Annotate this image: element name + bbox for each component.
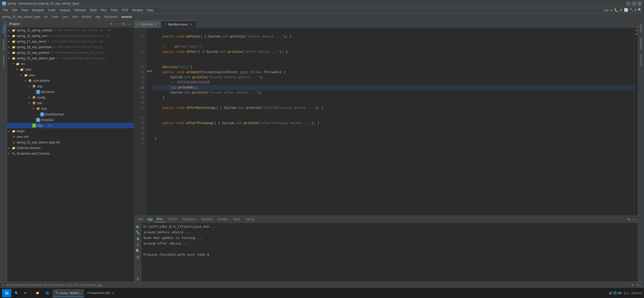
maximize-button[interactable]: □ <box>632 1 636 6</box>
tab-myadvice-close[interactable]: ✕ <box>189 23 193 26</box>
list-item[interactable]: I BookDao <box>7 117 134 123</box>
tab-terminal[interactable]: Terminal <box>198 216 215 222</box>
code-editor[interactable]: 17 20 23 24 25 26 27 28 29 30 31 34 35 3… <box>134 28 638 215</box>
breakpoint-icon[interactable]: ● <box>147 69 149 73</box>
panel-minimize-button[interactable]: — <box>632 217 637 222</box>
console-scroll-button[interactable]: ⬇ <box>135 242 140 247</box>
minimize-button[interactable]: — <box>626 1 631 6</box>
list-item[interactable]: ▼ 📦 com.itheima <box>7 78 134 84</box>
list-item[interactable]: ▼ 📁 spring_20_aop_advice_type D:\workspa… <box>7 56 134 61</box>
taskbar-search[interactable]: 🔍 <box>12 289 21 297</box>
taskbar-task-view[interactable]: ⧉ <box>22 289 29 297</box>
tab-todo[interactable]: TODO <box>166 216 179 222</box>
list-item[interactable]: ▶ 🔧 Scratches and Consoles <box>7 151 134 156</box>
project-minimize-button[interactable]: — <box>127 21 132 26</box>
list-item[interactable]: ▼ 📦 impl <box>7 106 134 112</box>
list-item[interactable]: ▼ 📁 src <box>7 61 134 67</box>
class-icon: C <box>40 112 44 116</box>
menu-code[interactable]: Code <box>46 8 57 12</box>
sidebar-item-hierarchy[interactable]: Hierarchy <box>640 52 643 68</box>
right-side-icons: Maven Database Hierarchy <box>638 20 644 282</box>
breadcrumb-com[interactable]: com <box>72 15 78 19</box>
interface-icon: I <box>36 118 40 122</box>
project-settings-button[interactable]: ⚙ <box>121 21 126 26</box>
list-item[interactable]: ▶ 📁 spring_18_aop_quickstart D:\workspac… <box>7 44 134 50</box>
code-line: // 表示对原始操作的调用 <box>153 80 634 85</box>
breadcrumb-java[interactable]: java <box>63 15 68 19</box>
menu-help[interactable]: Help <box>145 8 155 12</box>
console-wrench-button[interactable]: 🔧 <box>135 230 140 235</box>
tab-run[interactable]: Run <box>154 216 165 222</box>
menu-tools[interactable]: Tools <box>109 8 120 12</box>
tab-app-close[interactable]: ✕ <box>154 22 158 26</box>
breadcrumb-main[interactable]: main <box>52 15 59 19</box>
list-item[interactable]: ▼ 📦 aop <box>7 84 134 89</box>
tab-build[interactable]: Build <box>231 216 243 222</box>
bookmark-icon[interactable]: @ <box>150 70 152 73</box>
start-button[interactable]: ⊞ <box>2 289 11 297</box>
list-item[interactable]: ▶ 📁 External Libraries <box>7 145 134 151</box>
list-item[interactable]: ▼ 📦 dao <box>7 100 134 106</box>
taskbar-intellij[interactable]: 🔧 spring - MyAdvi... <box>53 289 84 297</box>
console-stop-button[interactable]: ⏹ <box>135 236 140 241</box>
list-item[interactable]: A App ⋯ 350 <box>7 123 134 128</box>
sidebar-item-database[interactable]: Database <box>640 36 643 51</box>
breadcrumb-itheima[interactable]: itheima <box>82 15 92 19</box>
menu-run[interactable]: Run <box>99 8 109 12</box>
breadcrumb-around[interactable]: around <box>121 15 132 19</box>
sidebar-item-structure[interactable]: Structure <box>2 37 5 52</box>
tab-app-java[interactable]: A App.java ✕ <box>134 21 161 28</box>
project-collapse-button[interactable]: ≡ <box>115 21 120 26</box>
list-item[interactable]: ▶ 📦 config <box>7 95 134 100</box>
menu-window[interactable]: Window <box>130 8 145 12</box>
list-item[interactable]: ▶ 📁 spring_19_aop_pointcut D:\workspace\… <box>7 50 134 56</box>
menu-edit[interactable]: Edit <box>10 8 19 12</box>
console-path-text: D:\soft\jdk1.8.0_172\bin\java.exe ... <box>143 224 217 229</box>
editor-scrollbar[interactable]: ▬ ▬ <box>634 28 638 215</box>
list-item[interactable]: ▼ 📁 java <box>7 72 134 78</box>
sidebar-item-project[interactable]: Project <box>2 21 5 37</box>
menu-file[interactable]: File <box>1 8 10 12</box>
list-item[interactable]: ▶ 📁 spring_17_aop_demo D:\workspace\spri… <box>7 39 134 44</box>
sidebar-item-maven[interactable]: Maven <box>640 21 643 36</box>
window-controls: — □ ✕ <box>626 1 642 6</box>
list-item[interactable]: ▶ 📁 spring_16_spring_mvc D:\workspace\sp… <box>7 33 134 39</box>
breadcrumb-myadvice[interactable]: MyAdvice <box>104 15 118 19</box>
list-item[interactable]: ▼ 📁 main <box>7 67 134 72</box>
list-item[interactable]: ▶ 📁 spring_15_spring_mybatis D:\workspac… <box>7 28 134 33</box>
menu-view[interactable]: View <box>19 8 30 12</box>
taskbar-chrome[interactable]: 🌐 <box>43 289 52 297</box>
list-item[interactable]: C BookDaoImpl <box>7 112 134 117</box>
tab-spring[interactable]: Spring <box>243 216 257 222</box>
taskbar-intellij-label: spring - MyAdvi... <box>60 291 81 294</box>
menu-analyze[interactable]: Analyze <box>57 8 72 12</box>
menu-build[interactable]: Build <box>88 8 99 12</box>
console-filter-button[interactable]: 🔍 <box>135 248 140 253</box>
breadcrumb-src[interactable]: src <box>44 15 48 19</box>
list-item[interactable]: ▶ 📁 target <box>7 128 134 134</box>
menu-navigate[interactable]: Navigate <box>30 8 46 12</box>
code-content[interactable]: public void before () { System . out . p… <box>153 28 634 215</box>
breadcrumb-aop[interactable]: aop <box>95 15 100 19</box>
taskbar-explorer[interactable]: 📁 <box>33 289 42 297</box>
project-sync-button[interactable]: ⟳ <box>109 21 114 26</box>
console-fold-button[interactable]: ⬆ <box>135 277 140 282</box>
tab-problems[interactable]: Problems <box>180 216 198 222</box>
list-item[interactable]: 🗎 pom.xml <box>7 134 134 140</box>
close-button[interactable]: ✕ <box>637 1 642 6</box>
panel-settings-button[interactable]: ⚙ <box>626 217 631 222</box>
taskbar: ⊞ 🔍 ⧉ 📁 🌐 🔧 spring - MyAdvi... P PowerPo… <box>0 288 644 298</box>
list-item[interactable]: 🗎 spring_20_aop_advice_type.iml <box>7 140 134 145</box>
menu-vcs[interactable]: VCS <box>120 8 130 12</box>
tab-myadvice-java[interactable]: C MyAdvice.java ✕ <box>161 21 196 28</box>
run-button[interactable]: ▶ <box>135 224 140 229</box>
tab-myadvice-icon: C <box>164 23 167 26</box>
breadcrumb-project[interactable]: spring_20_aop_advice_type <box>2 15 40 19</box>
taskbar-powerpoint[interactable]: P PowerPoint [克T...] <box>85 289 116 297</box>
tab-profiler[interactable]: Profiler <box>215 216 230 222</box>
menu-refactor[interactable]: Refactor <box>72 8 88 12</box>
console-clear-button[interactable]: 🗑 <box>135 254 140 260</box>
sidebar-item-favorites[interactable]: Favorites <box>2 53 5 68</box>
list-item[interactable]: C MyAdvice <box>7 89 134 95</box>
left-side-icons: Project Structure Favorites <box>0 20 7 282</box>
